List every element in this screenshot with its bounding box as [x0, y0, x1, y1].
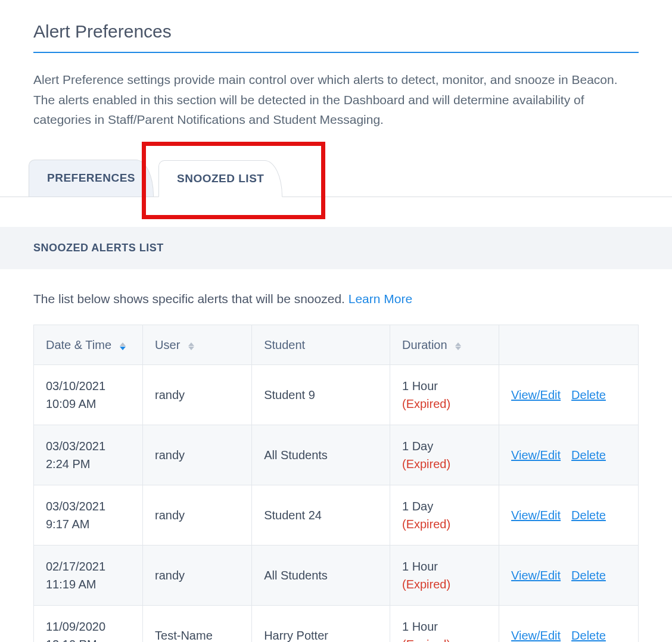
tab-snoozed-list[interactable]: SNOOZED LIST: [158, 160, 282, 197]
cell-actions: View/EditDelete: [499, 606, 639, 642]
sort-icon: [188, 342, 194, 350]
view-edit-link[interactable]: View/Edit: [511, 629, 561, 642]
col-student-label: Student: [264, 338, 305, 351]
col-duration[interactable]: Duration: [390, 325, 499, 365]
cell-duration: 1 Day(Expired): [390, 425, 499, 485]
cell-user: randy: [143, 365, 252, 425]
cell-date-time: 03/10/202110:09 AM: [34, 365, 143, 425]
col-date-time-label: Date & Time: [46, 338, 111, 351]
cell-user: randy: [143, 546, 252, 606]
tab-preferences[interactable]: PREFERENCES: [29, 160, 154, 197]
view-edit-link[interactable]: View/Edit: [511, 569, 561, 582]
cell-duration: 1 Day(Expired): [390, 485, 499, 546]
cell-date-time: 02/17/202111:19 AM: [34, 546, 143, 606]
cell-user: randy: [143, 425, 252, 485]
col-date-time[interactable]: Date & Time: [34, 325, 143, 365]
section-header-title: SNOOZED ALERTS LIST: [33, 240, 639, 256]
delete-link[interactable]: Delete: [571, 509, 606, 522]
cell-actions: View/EditDelete: [499, 425, 639, 485]
cell-duration: 1 Hour(Expired): [390, 606, 499, 642]
cell-actions: View/EditDelete: [499, 546, 639, 606]
page-title: Alert Preferences: [33, 18, 639, 53]
section-description: The list below shows specific alerts tha…: [33, 292, 349, 306]
page-description: Alert Preference settings provide main c…: [33, 70, 639, 130]
cell-student: All Students: [252, 425, 390, 485]
delete-link[interactable]: Delete: [571, 629, 606, 642]
col-user-label: User: [155, 338, 180, 351]
cell-actions: View/EditDelete: [499, 485, 639, 546]
col-student: Student: [252, 325, 390, 365]
section-subtext: The list below shows specific alerts tha…: [33, 289, 639, 308]
delete-link[interactable]: Delete: [571, 569, 606, 582]
snoozed-alerts-table: Date & Time User Student Duration 03/10/…: [33, 325, 639, 642]
tabs-row: PREFERENCES SNOOZED LIST: [0, 160, 672, 197]
table-row: 11/09/202012:10 PMTest-NameHarry Potter1…: [34, 606, 639, 642]
view-edit-link[interactable]: View/Edit: [511, 448, 561, 462]
cell-date-time: 11/09/202012:10 PM: [34, 606, 143, 642]
table-row: 03/03/20212:24 PMrandyAll Students1 Day(…: [34, 425, 639, 485]
view-edit-link[interactable]: View/Edit: [511, 388, 561, 401]
col-actions: [499, 325, 639, 365]
cell-student: Harry Potter: [252, 606, 390, 642]
tab-preferences-label: PREFERENCES: [47, 170, 135, 187]
table-row: 03/10/202110:09 AMrandyStudent 91 Hour(E…: [34, 365, 639, 425]
table-row: 02/17/202111:19 AMrandyAll Students1 Hou…: [34, 546, 639, 606]
col-duration-label: Duration: [402, 338, 447, 351]
cell-student: Student 24: [252, 485, 390, 546]
cell-date-time: 03/03/20212:24 PM: [34, 425, 143, 485]
view-edit-link[interactable]: View/Edit: [511, 509, 561, 522]
table-row: 03/03/20219:17 AMrandyStudent 241 Day(Ex…: [34, 485, 639, 546]
delete-link[interactable]: Delete: [571, 448, 606, 462]
tab-snoozed-list-label: SNOOZED LIST: [177, 170, 264, 188]
col-user[interactable]: User: [143, 325, 252, 365]
cell-user: Test-Name: [143, 606, 252, 642]
sort-icon: [455, 342, 461, 350]
cell-duration: 1 Hour(Expired): [390, 365, 499, 425]
cell-student: All Students: [252, 546, 390, 606]
cell-student: Student 9: [252, 365, 390, 425]
cell-user: randy: [143, 485, 252, 546]
sort-icon: [120, 342, 126, 350]
delete-link[interactable]: Delete: [571, 388, 606, 401]
cell-actions: View/EditDelete: [499, 365, 639, 425]
cell-date-time: 03/03/20219:17 AM: [34, 485, 143, 546]
section-header: SNOOZED ALERTS LIST: [0, 227, 672, 269]
learn-more-link[interactable]: Learn More: [349, 292, 412, 306]
cell-duration: 1 Hour(Expired): [390, 546, 499, 606]
